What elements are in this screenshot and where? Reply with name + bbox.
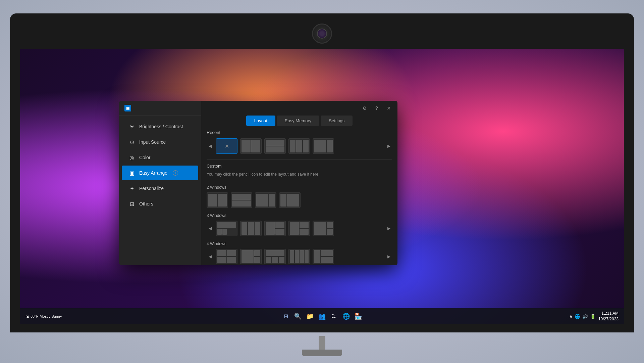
- taskbar-right: ∧ 🌐 🔊 🔋 11:11 AM 10/27/2023: [569, 311, 619, 322]
- sidebar-label-input-source: Input Source: [139, 139, 166, 145]
- app-logo: ▣: [124, 105, 131, 111]
- taskbar-clock: 11:11 AM 10/27/2023: [598, 311, 619, 322]
- 4win-layout-3[interactable]: [288, 249, 310, 264]
- 3win-layout-1[interactable]: [240, 221, 262, 236]
- start-button[interactable]: ⊞: [280, 311, 291, 322]
- help-button[interactable]: ?: [372, 103, 381, 113]
- sidebar-item-others[interactable]: ⊞ Others: [122, 196, 198, 211]
- recent-layout-item-0[interactable]: ✕: [216, 138, 237, 154]
- tab-layout[interactable]: Layout: [246, 116, 275, 126]
- taskbar-left: 🌤 68°F Mostly Sunny: [25, 314, 62, 318]
- volume-icon: 🔊: [582, 314, 588, 319]
- sidebar-nav: ☀ Brightness / Contrast ⊙ Input Source ◎…: [119, 116, 201, 265]
- store-button[interactable]: 🏪: [353, 311, 364, 322]
- 3win-layout-4[interactable]: [313, 221, 334, 236]
- monitor-screen: ▣ ☀ Brightness / Contrast ⊙ Input Source…: [20, 49, 624, 324]
- recent-layouts-row: ◀ ✕: [207, 138, 392, 154]
- windows-2-items: [207, 192, 392, 208]
- sidebar-label-color: Color: [139, 155, 150, 160]
- easy-arrange-icon: ▣: [128, 170, 135, 176]
- sidebar-item-brightness-contrast[interactable]: ☀ Brightness / Contrast: [122, 119, 198, 134]
- app-window: ▣ ☀ Brightness / Contrast ⊙ Input Source…: [119, 101, 397, 265]
- windows-2-label: 2 Windows: [207, 185, 392, 190]
- recent-next-btn[interactable]: ▶: [385, 143, 392, 149]
- sidebar-label-brightness: Brightness / Contrast: [139, 124, 183, 129]
- taskbar-center: ⊞ 🔍 📁 👥 🗂 🌐 🏪: [280, 311, 364, 322]
- 4win-layout-4[interactable]: [313, 249, 334, 264]
- windows-4-label: 4 Windows: [207, 241, 392, 246]
- personalize-icon: ✦: [128, 185, 135, 192]
- weather-icon: 🌤: [25, 314, 29, 318]
- windows-3-next-btn[interactable]: ▶: [385, 225, 392, 232]
- windows-4-row: ◀: [207, 249, 392, 264]
- tabs-bar: Layout Easy Memory Settings: [201, 116, 397, 130]
- section-divider-1: [207, 159, 392, 160]
- battery-icon: 🔋: [590, 314, 596, 319]
- webcam-lens: [317, 29, 327, 39]
- 3win-layout-0[interactable]: [216, 221, 237, 236]
- monitor-shell: ▣ ☀ Brightness / Contrast ⊙ Input Source…: [10, 13, 634, 332]
- 2win-layout-2[interactable]: [255, 192, 276, 208]
- sidebar-item-input-source[interactable]: ⊙ Input Source: [122, 135, 198, 149]
- windows-3-row: ◀: [207, 221, 392, 236]
- file-explorer-button[interactable]: 📁: [305, 311, 315, 322]
- windows-4-next-btn[interactable]: ▶: [385, 253, 392, 260]
- windows-4-prev-btn[interactable]: ◀: [207, 253, 213, 260]
- windows-4-items: [216, 249, 383, 264]
- sidebar-item-easy-arrange[interactable]: ▣ Easy Arrange i: [122, 166, 198, 180]
- recent-layout-items: ✕: [216, 138, 383, 154]
- windows-3-prev-btn[interactable]: ◀: [207, 225, 213, 232]
- windows-2-row: [207, 192, 392, 208]
- brightness-icon: ☀: [128, 123, 135, 130]
- easy-arrange-info-icon[interactable]: i: [173, 170, 178, 176]
- network-icon: 🌐: [575, 314, 580, 319]
- 3win-layout-2[interactable]: [264, 221, 286, 236]
- sidebar-item-personalize[interactable]: ✦ Personalize: [122, 181, 198, 196]
- section-divider-2: [207, 181, 392, 181]
- windows-3-items: [216, 221, 383, 236]
- custom-section-label: Custom: [207, 164, 392, 169]
- close-button[interactable]: ✕: [384, 103, 393, 113]
- 4win-layout-2[interactable]: [264, 249, 286, 264]
- custom-hint-text: You may click the pencil icon to edit th…: [207, 172, 392, 177]
- main-content: ⚙ ? ✕ Layout Easy Memory Settings Recent…: [201, 101, 397, 265]
- tab-easy-memory[interactable]: Easy Memory: [277, 116, 319, 126]
- 4win-layout-1[interactable]: [240, 249, 262, 264]
- system-tray: ∧ 🌐 🔊 🔋: [569, 314, 596, 319]
- recent-layout-item-3[interactable]: [288, 138, 310, 154]
- 2win-layout-0[interactable]: [207, 192, 228, 208]
- teams-button[interactable]: 👥: [317, 311, 327, 322]
- folder-button[interactable]: 🗂: [329, 311, 339, 322]
- tab-settings[interactable]: Settings: [321, 116, 353, 126]
- input-source-icon: ⊙: [128, 139, 135, 145]
- recent-prev-btn[interactable]: ◀: [207, 143, 213, 149]
- taskbar: 🌤 68°F Mostly Sunny ⊞ 🔍 📁 👥 🗂 🌐 🏪 ∧ 🌐: [20, 308, 624, 324]
- 3win-layout-3[interactable]: [288, 221, 310, 236]
- recent-layout-item-2[interactable]: [264, 138, 286, 154]
- recent-layout-item-1[interactable]: [240, 138, 262, 154]
- recent-section-label: Recent: [207, 130, 392, 135]
- 4win-layout-0[interactable]: [216, 249, 237, 264]
- others-icon: ⊞: [128, 200, 135, 207]
- layout-content: Recent ◀ ✕: [201, 130, 397, 265]
- weather-desc: Mostly Sunny: [40, 314, 62, 318]
- sidebar-label-others: Others: [139, 201, 153, 207]
- clock-time: 11:11 AM: [598, 311, 619, 316]
- monitor-stand: [302, 336, 342, 356]
- taskbar-weather: 🌤 68°F Mostly Sunny: [25, 314, 62, 318]
- title-bar: ⚙ ? ✕: [201, 101, 397, 116]
- edge-button[interactable]: 🌐: [341, 311, 352, 322]
- webcam: [312, 24, 332, 44]
- weather-temp: 68°F: [31, 314, 38, 318]
- windows-3-label: 3 Windows: [207, 213, 392, 218]
- sidebar: ▣ ☀ Brightness / Contrast ⊙ Input Source…: [119, 101, 201, 265]
- sidebar-item-color[interactable]: ◎ Color: [122, 150, 198, 165]
- clock-date: 10/27/2023: [598, 316, 619, 322]
- search-button[interactable]: 🔍: [292, 311, 303, 322]
- color-icon: ◎: [128, 154, 135, 161]
- settings-button[interactable]: ⚙: [360, 103, 369, 113]
- 2win-layout-3[interactable]: [279, 192, 301, 208]
- recent-layout-item-4[interactable]: [313, 138, 334, 154]
- tray-chevron-icon[interactable]: ∧: [569, 314, 573, 319]
- 2win-layout-1[interactable]: [231, 192, 252, 208]
